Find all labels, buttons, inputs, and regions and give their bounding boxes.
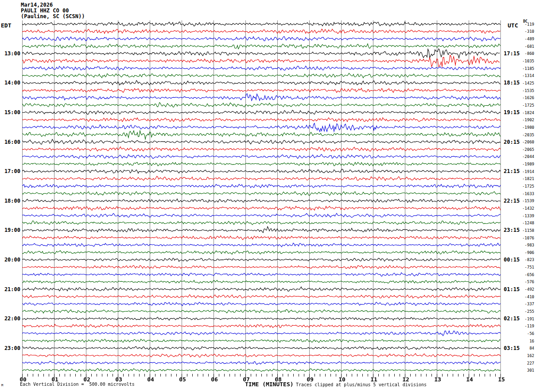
dc-offset-value: -751	[517, 265, 534, 269]
dc-offset-value: -119	[517, 22, 534, 27]
dc-offset-value: -1626	[517, 96, 534, 100]
dc-offset-value: -1314	[517, 73, 534, 78]
edt-hour-label: 14:00	[0, 80, 20, 86]
seismogram-canvas	[22, 20, 501, 386]
helicorder-page: Mar14,2026 PAULI HHZ CO 00 (Pauline, SC …	[0, 0, 536, 392]
dc-offset-value: -1914	[517, 169, 534, 174]
left-timezone-label: EDT	[1, 22, 11, 29]
dc-offset-value: -1725	[517, 184, 534, 188]
x-tick-label: 10	[336, 376, 348, 383]
dc-offset-value: -1725	[517, 103, 534, 108]
dc-offset-value: -1824	[517, 111, 534, 115]
edt-hour-label: 17:00	[0, 168, 20, 174]
dc-offset-value: 84	[517, 346, 534, 350]
dc-offset-value: -656	[517, 273, 534, 277]
dc-offset-value: -681	[517, 44, 534, 49]
dc-offset-value: -410	[517, 295, 534, 299]
title-block: Mar14,2026 PAULI HHZ CO 00 (Pauline, SC …	[21, 2, 85, 19]
dc-offset-value: -1076	[517, 236, 534, 240]
dc-offset-value: -1158	[517, 228, 534, 233]
x-tick-label: 13	[432, 376, 443, 383]
dc-offset-value: 162	[517, 354, 534, 358]
x-tick-label: 04	[145, 376, 156, 383]
right-timezone-label: UTC	[508, 22, 518, 29]
x-tick-label: 06	[209, 376, 220, 383]
dc-offset-value: 227	[517, 361, 534, 365]
x-tick-label: 11	[368, 376, 380, 383]
edt-hour-label: 15:00	[0, 109, 20, 115]
dc-offset-value: -56	[517, 331, 534, 336]
dc-offset-value: -310	[517, 29, 534, 34]
station-location: (Pauline, SC (SCSN))	[21, 14, 85, 19]
edt-hour-label: 16:00	[0, 139, 20, 145]
dc-offset-value: -1633	[517, 192, 534, 196]
x-tick-label: 12	[400, 376, 412, 383]
dc-offset-value: -191	[517, 317, 534, 321]
edt-hour-label: 22:00	[0, 315, 20, 322]
dc-offset-value: -1902	[517, 118, 534, 122]
dc-offset-value: -1539	[517, 199, 534, 203]
dc-offset-value: -983	[517, 243, 534, 247]
dc-offset-value: -1248	[517, 221, 534, 225]
dc-offset-value: 301	[517, 368, 534, 373]
x-tick-label: 14	[464, 376, 475, 383]
dc-offset-value: -823	[517, 257, 534, 262]
edt-hour-label: 21:00	[0, 286, 20, 292]
dc-offset-value: -1425	[517, 81, 534, 85]
edt-hour-label: 18:00	[0, 198, 20, 204]
vertical-scale-note: Each Vertical Division = 500.00 microvol…	[20, 382, 135, 387]
x-tick-label: 05	[177, 376, 188, 383]
x-axis-title: TIME (MINUTES)	[245, 381, 294, 388]
edt-hour-label: 13:00	[0, 50, 20, 57]
dc-offset-value: -2035	[517, 133, 534, 137]
dc-offset-value: -492	[517, 287, 534, 292]
dc-offset-value: -860	[517, 51, 534, 56]
dc-offset-value: -2060	[517, 140, 534, 144]
x-tick-label: 09	[304, 376, 316, 383]
dc-offset-value: -1535	[517, 88, 534, 93]
dc-offset-value: -1821	[517, 177, 534, 181]
dc-offset-value: -255	[517, 309, 534, 314]
edt-hour-label: 19:00	[0, 227, 20, 233]
dc-offset-value: -2044	[517, 154, 534, 159]
dc-offset-value: -337	[517, 302, 534, 306]
clip-note: Traces clipped at plus/minus 5 vertical …	[296, 382, 427, 387]
dc-offset-value: -119	[517, 324, 534, 328]
edt-hour-label: 23:00	[0, 345, 20, 351]
dc-offset-value: -1339	[517, 214, 534, 218]
dc-offset-value: -1432	[517, 206, 534, 211]
corner-mark: M	[1, 384, 3, 387]
dc-offset-value: -1035	[517, 59, 534, 63]
dc-offset-value: -906	[517, 250, 534, 255]
dc-offset-value: -489	[517, 37, 534, 41]
x-tick-label: 15	[496, 376, 507, 383]
edt-hour-label: 20:00	[0, 257, 20, 263]
dc-offset-value: -1989	[517, 162, 534, 166]
dc-offset-value: -576	[517, 280, 534, 284]
dc-offset-value: -1185	[517, 66, 534, 71]
dc-offset-value: -1980	[517, 125, 534, 130]
dc-offset-value: 16	[517, 339, 534, 343]
dc-offset-value: -2065	[517, 147, 534, 152]
